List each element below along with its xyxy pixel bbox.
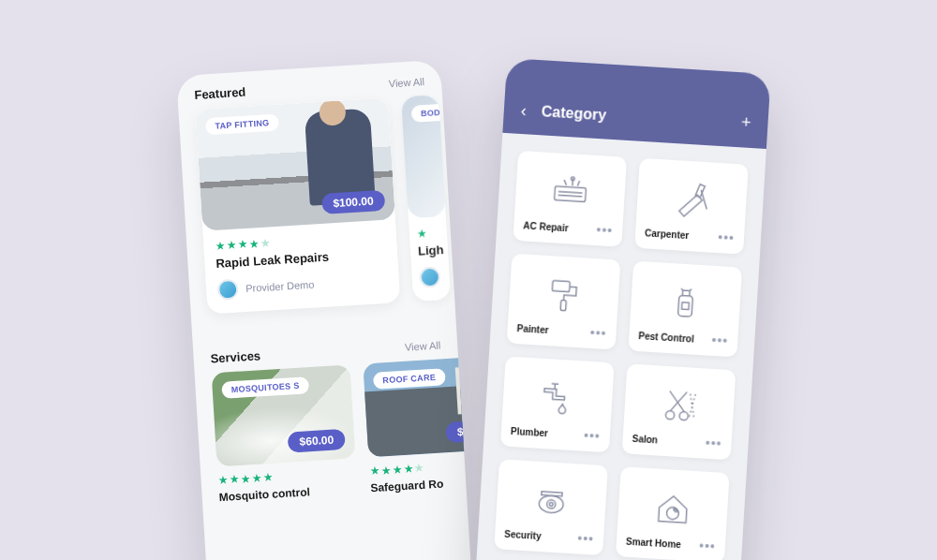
service-card[interactable]: MOSQUITOES S $60.00 ★★★★★ Mosquito contr… xyxy=(212,364,358,504)
category-chip: MOSQUITOES S xyxy=(221,376,309,399)
security-icon xyxy=(505,469,599,533)
pest-control-icon xyxy=(639,271,733,334)
category-label: Plumber xyxy=(511,425,549,437)
painter-icon xyxy=(517,263,611,327)
services-view-all[interactable]: View All xyxy=(405,339,441,352)
featured-card-body: ★ Ligh xyxy=(409,216,451,302)
plumber-icon xyxy=(511,366,604,430)
services-carousel[interactable]: MOSQUITOES S $60.00 ★★★★★ Mosquito contr… xyxy=(195,358,468,522)
category-chip: BOD xyxy=(411,103,446,122)
svg-point-10 xyxy=(546,500,556,509)
appbar-title: Category xyxy=(541,103,751,133)
more-icon[interactable]: ••• xyxy=(584,429,602,443)
svg-rect-0 xyxy=(555,186,587,202)
price-pill: $100.00 xyxy=(321,190,386,214)
category-card-carpenter[interactable]: Carpenter••• xyxy=(634,158,749,255)
carpenter-icon xyxy=(646,168,739,231)
featured-title: Featured xyxy=(194,85,246,102)
price-pill: $60.00 xyxy=(288,429,346,453)
featured-carousel[interactable]: TAP FITTING $100.00 ★★★★★ Rapid Leak Rep… xyxy=(178,95,455,332)
svg-rect-5 xyxy=(677,295,692,317)
featured-card-body: ★★★★★ Rapid Leak Repairs Provider Demo xyxy=(202,219,400,314)
more-icon[interactable]: ••• xyxy=(705,436,722,450)
ac-repair-icon xyxy=(524,160,617,224)
salon-icon xyxy=(632,374,726,437)
category-grid: AC Repair••• Carpenter••• Painter••• Pes… xyxy=(476,133,766,560)
more-icon[interactable]: ••• xyxy=(699,538,717,553)
appbar: ‹ Category + xyxy=(502,58,770,149)
services-title: Services xyxy=(210,348,260,365)
category-label: Smart Home xyxy=(626,536,681,550)
featured-image: BOD xyxy=(401,95,446,218)
category-card-security[interactable]: Security••• xyxy=(494,459,608,555)
category-label: AC Repair xyxy=(523,220,569,233)
category-card-plumber[interactable]: Plumber••• xyxy=(500,356,615,452)
featured-image: TAP FITTING $100.00 xyxy=(195,97,395,230)
provider-avatar xyxy=(419,266,440,287)
featured-view-all[interactable]: View All xyxy=(388,75,424,88)
provider-name: Provider Demo xyxy=(245,279,315,294)
svg-rect-2 xyxy=(695,184,705,198)
service-card[interactable]: ROOF CARE $50.0 ★★★★★ Safeguard Ro xyxy=(363,356,472,495)
category-card-salon[interactable]: Salon••• xyxy=(622,363,736,460)
add-icon[interactable]: + xyxy=(740,112,751,133)
category-label: Painter xyxy=(516,323,549,335)
featured-card[interactable]: TAP FITTING $100.00 ★★★★★ Rapid Leak Rep… xyxy=(195,97,400,314)
provider-row[interactable] xyxy=(419,266,450,288)
more-icon[interactable]: ••• xyxy=(718,230,736,244)
category-label: Pest Control xyxy=(638,331,694,345)
svg-point-12 xyxy=(666,507,679,520)
svg-point-8 xyxy=(679,411,689,420)
price-pill: $50.0 xyxy=(445,420,472,443)
more-icon[interactable]: ••• xyxy=(589,326,607,340)
svg-point-9 xyxy=(539,494,564,513)
category-label: Carpenter xyxy=(645,228,690,241)
featured-card-title: Ligh xyxy=(418,243,449,258)
svg-rect-4 xyxy=(560,300,566,310)
service-image: MOSQUITOES S $60.00 xyxy=(212,364,356,466)
svg-rect-6 xyxy=(682,302,690,310)
category-label: Salon xyxy=(632,433,658,445)
rating-stars: ★ xyxy=(417,226,448,241)
category-chip: ROOF CARE xyxy=(373,368,446,390)
phone-services-mock: Featured View All TAP FITTING $100.00 ★★… xyxy=(176,60,472,560)
provider-avatar xyxy=(217,279,239,301)
svg-point-11 xyxy=(549,502,553,506)
more-icon[interactable]: ••• xyxy=(596,223,614,237)
svg-rect-3 xyxy=(552,281,570,292)
phone-category-mock: ‹ Category + AC Repair••• Carpenter••• P… xyxy=(473,58,770,560)
more-icon[interactable]: ••• xyxy=(711,333,729,347)
smart-home-icon xyxy=(626,477,720,540)
svg-point-1 xyxy=(571,177,574,181)
rating-stars: ★★★★★ xyxy=(369,456,472,478)
category-label: Security xyxy=(504,528,542,540)
category-card-pest-control[interactable]: Pest Control••• xyxy=(628,261,742,358)
category-card-smart-home[interactable]: Smart Home••• xyxy=(616,466,730,560)
service-image: ROOF CARE $50.0 xyxy=(363,356,472,458)
featured-card[interactable]: BOD ★ Ligh xyxy=(401,95,451,302)
more-icon[interactable]: ••• xyxy=(577,531,595,545)
category-card-painter[interactable]: Painter••• xyxy=(507,254,621,350)
provider-row[interactable]: Provider Demo xyxy=(217,270,389,301)
back-icon[interactable]: ‹ xyxy=(520,102,527,119)
category-chip: TAP FITTING xyxy=(205,114,279,136)
category-card-ac-repair[interactable]: AC Repair••• xyxy=(513,151,627,247)
svg-point-7 xyxy=(665,410,675,420)
